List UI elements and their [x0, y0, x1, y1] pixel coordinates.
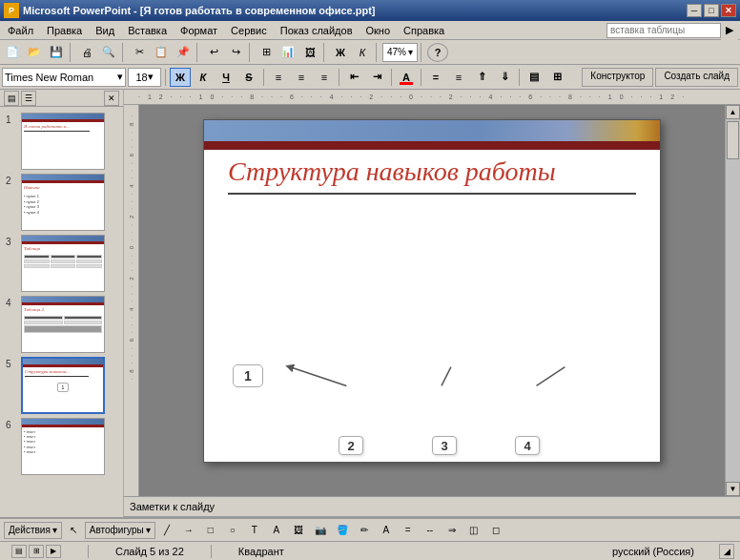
- slide-layout-button[interactable]: ⊞: [546, 68, 567, 87]
- increase-indent-button[interactable]: ⇥: [366, 68, 387, 87]
- help-button[interactable]: ?: [427, 43, 448, 62]
- menu-format[interactable]: Формат: [175, 23, 223, 38]
- search-go-button[interactable]: ▶: [721, 21, 738, 40]
- italic-tb-button[interactable]: К: [352, 43, 373, 62]
- underline-button[interactable]: Ч: [216, 68, 236, 87]
- fmt-sep-1: [165, 69, 166, 86]
- window-title: Microsoft PowerPoint - [Я готов работать…: [23, 5, 376, 16]
- insert-picture-button[interactable]: 🖼: [299, 43, 320, 62]
- restore-button[interactable]: □: [704, 4, 719, 17]
- menu-view[interactable]: Вид: [90, 23, 120, 38]
- new-button[interactable]: 📄: [2, 43, 23, 62]
- slides-tab[interactable]: ▤: [4, 91, 19, 106]
- avtofigury-dropdown[interactable]: Автофигуры ▾: [85, 522, 155, 539]
- callout-1[interactable]: 1: [233, 364, 263, 387]
- rect-tool[interactable]: □: [200, 521, 221, 540]
- align-right-button[interactable]: ≡: [314, 68, 335, 87]
- menu-insert[interactable]: Вставка: [122, 23, 173, 38]
- bold-button[interactable]: Ж: [170, 68, 191, 87]
- slide-img-4[interactable]: Таблица 2: [21, 296, 105, 353]
- strikethrough-button[interactable]: S: [238, 68, 259, 87]
- cut-button[interactable]: ✂: [129, 43, 150, 62]
- menu-slideshow[interactable]: Показ слайдов: [275, 23, 359, 38]
- wordart-tool[interactable]: A: [266, 521, 287, 540]
- fill-color-tool[interactable]: 🪣: [332, 521, 353, 540]
- menu-edit[interactable]: Правка: [41, 23, 88, 38]
- slideshow-button[interactable]: ▶: [46, 545, 61, 558]
- decrease-indent-button[interactable]: ⇤: [343, 68, 364, 87]
- slide-num-2: 2: [6, 176, 17, 186]
- slide-thumb-1[interactable]: 1 Я готов работать в...: [4, 111, 119, 172]
- line-style-tool[interactable]: =: [398, 521, 419, 540]
- move-up-button[interactable]: ⇑: [471, 68, 492, 87]
- arrow-tool[interactable]: →: [178, 521, 199, 540]
- insert-table-button[interactable]: ⊞: [256, 43, 277, 62]
- preview-button[interactable]: 🔍: [98, 43, 119, 62]
- save-button[interactable]: 💾: [46, 43, 67, 62]
- align-center-button[interactable]: ≡: [291, 68, 312, 87]
- print-button[interactable]: 🖨: [76, 43, 97, 62]
- notes-bar[interactable]: Заметки к слайду: [124, 496, 740, 517]
- picture-tool[interactable]: 📷: [310, 521, 331, 540]
- numbering-button[interactable]: =: [425, 68, 446, 87]
- line-tool[interactable]: ╱: [156, 521, 177, 540]
- align-left-button[interactable]: ≡: [268, 68, 289, 87]
- open-button[interactable]: 📂: [24, 43, 45, 62]
- menu-search-input[interactable]: [606, 23, 721, 38]
- panel-close-button[interactable]: ✕: [104, 91, 119, 106]
- oval-tool[interactable]: ○: [222, 521, 243, 540]
- bullets-button[interactable]: ≡: [448, 68, 469, 87]
- menu-help[interactable]: Справка: [398, 23, 450, 38]
- font-color-button[interactable]: A: [396, 68, 417, 87]
- slide-img-1[interactable]: Я готов работать в...: [21, 113, 105, 170]
- normal-view-button[interactable]: ▤: [11, 545, 27, 558]
- slide-sorter-button[interactable]: ⊞: [29, 545, 44, 558]
- shadow-tool[interactable]: ◫: [463, 521, 484, 540]
- slide-thumb-3[interactable]: 3 Таблица: [4, 233, 119, 294]
- italic-button[interactable]: К: [193, 68, 214, 87]
- undo-button[interactable]: ↩: [203, 43, 224, 62]
- new-slide-icon-button[interactable]: ▤: [524, 68, 545, 87]
- arrow-style-tool[interactable]: ⇒: [442, 521, 462, 540]
- resize-corner[interactable]: ◢: [719, 544, 734, 559]
- line-color-tool[interactable]: ✏: [354, 521, 375, 540]
- close-button[interactable]: ✕: [721, 4, 736, 17]
- 3d-tool[interactable]: ◻: [485, 521, 506, 540]
- menu-tools[interactable]: Сервис: [225, 23, 273, 38]
- insert-chart-button[interactable]: 📊: [278, 43, 298, 62]
- cursor-tool[interactable]: ↖: [63, 521, 84, 540]
- status-sep-2: [211, 545, 212, 558]
- outline-tab[interactable]: ☰: [21, 91, 36, 106]
- slide-img-6[interactable]: • текст• текст• текст• текст• текст: [21, 418, 105, 475]
- dash-style-tool[interactable]: --: [420, 521, 441, 540]
- font-color-tool[interactable]: A: [376, 521, 397, 540]
- scroll-up-button[interactable]: ▲: [726, 105, 740, 119]
- scroll-down-button[interactable]: ▼: [726, 482, 740, 496]
- redo-button[interactable]: ↪: [225, 43, 246, 62]
- slide-img-3[interactable]: Таблица: [21, 235, 105, 292]
- slide-thumb-5[interactable]: 5 Структура навыков... 1: [4, 355, 119, 416]
- app-icon: P: [4, 3, 19, 18]
- konstruktor-button[interactable]: Конструктор: [582, 68, 653, 87]
- slide-img-5[interactable]: Структура навыков... 1: [21, 357, 105, 414]
- slide-thumb-4[interactable]: 4 Таблица 2: [4, 294, 119, 355]
- slide-thumb-6[interactable]: 6 • текст• текст• текст• текст• текст: [4, 416, 119, 477]
- zoom-dropdown[interactable]: 47% ▾: [382, 43, 418, 62]
- minimize-button[interactable]: ─: [687, 4, 702, 17]
- font-name-select[interactable]: Times New Roman ▾: [2, 68, 126, 87]
- paste-button[interactable]: 📌: [173, 43, 194, 62]
- scroll-thumb[interactable]: [727, 121, 739, 159]
- bold-tb-button[interactable]: Ж: [330, 43, 351, 62]
- deystviya-dropdown[interactable]: Действия ▾: [4, 522, 62, 539]
- menu-file[interactable]: Файл: [2, 23, 39, 38]
- clipart-tool[interactable]: 🖼: [288, 521, 309, 540]
- move-down-button[interactable]: ⇓: [494, 68, 515, 87]
- slide-img-2[interactable]: Навыки • пункт 1• пункт 2• пункт 3• пунк…: [21, 174, 105, 231]
- textbox-tool[interactable]: T: [244, 521, 265, 540]
- font-size-select[interactable]: 18 ▾: [128, 68, 161, 87]
- slide-thumb-2[interactable]: 2 Навыки • пункт 1• пункт 2• пункт 3• пу…: [4, 172, 119, 233]
- menu-window[interactable]: Окно: [360, 23, 397, 38]
- sozdat-button[interactable]: Создать слайд: [655, 68, 738, 87]
- font-name-arrow: ▾: [117, 71, 123, 83]
- copy-button[interactable]: 📋: [151, 43, 172, 62]
